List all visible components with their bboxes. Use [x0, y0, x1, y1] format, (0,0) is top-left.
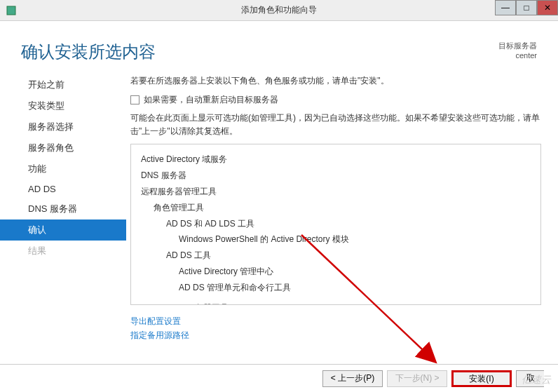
export-config-link[interactable]: 导出配置设置: [130, 315, 541, 328]
sidebar-item-before-begin[interactable]: 开始之前: [0, 74, 126, 95]
sidebar-item-features[interactable]: 功能: [0, 158, 126, 180]
watermark: 亿速云: [522, 374, 551, 386]
alt-source-link[interactable]: 指定备用源路径: [130, 329, 541, 342]
close-button[interactable]: ✕: [537, 0, 558, 15]
wizard-steps-sidebar: 开始之前 安装类型 服务器选择 服务器角色 功能 AD DS DNS 服务器 确…: [0, 70, 126, 342]
previous-button[interactable]: < 上一步(P): [322, 370, 383, 387]
sidebar-item-results: 结果: [0, 241, 126, 262]
page-title: 确认安装所选内容: [21, 41, 156, 70]
install-button[interactable]: 安装(I): [451, 370, 512, 387]
feature-item: Active Directory 域服务: [141, 151, 531, 168]
feature-item: DNS 服务器工具: [166, 300, 531, 306]
feature-item: DNS 服务器: [141, 168, 531, 184]
sidebar-item-server-select[interactable]: 服务器选择: [0, 116, 126, 137]
feature-item: Active Directory 管理中心: [179, 264, 531, 280]
sidebar-item-install-type[interactable]: 安装类型: [0, 95, 126, 116]
auto-restart-label[interactable]: 如果需要，自动重新启动目标服务器: [144, 94, 278, 106]
next-button: 下一步(N) >: [387, 370, 447, 387]
sidebar-item-server-roles[interactable]: 服务器角色: [0, 137, 126, 158]
maximize-button[interactable]: □: [516, 0, 537, 15]
minimize-button[interactable]: —: [495, 0, 516, 15]
window-title: 添加角色和功能向导: [241, 4, 317, 16]
features-list: Active Directory 域服务 DNS 服务器 远程服务器管理工具 角…: [130, 144, 541, 305]
sidebar-item-adds[interactable]: AD DS: [0, 180, 126, 198]
svg-rect-0: [7, 6, 15, 15]
target-server: 目标服务器 center: [498, 41, 537, 70]
note-text: 可能会在此页面上显示可选功能(如管理工具)，因为已自动选择这些功能。如果不希望安…: [130, 111, 541, 138]
intro-text: 若要在所选服务器上安装以下角色、角色服务或功能，请单击"安装"。: [130, 74, 541, 87]
auto-restart-checkbox[interactable]: [130, 95, 140, 104]
feature-item: AD DS 工具: [166, 248, 531, 264]
sidebar-item-confirm[interactable]: 确认: [0, 219, 126, 241]
feature-item: Windows PowerShell 的 Active Directory 模块: [179, 231, 531, 248]
feature-item: 远程服务器管理工具: [141, 184, 531, 200]
feature-item: AD DS 和 AD LDS 工具: [166, 216, 531, 232]
app-icon: [6, 5, 17, 16]
feature-item: AD DS 管理单元和命令行工具: [179, 280, 531, 296]
sidebar-item-dns[interactable]: DNS 服务器: [0, 198, 126, 219]
feature-item: 角色管理工具: [154, 200, 531, 216]
